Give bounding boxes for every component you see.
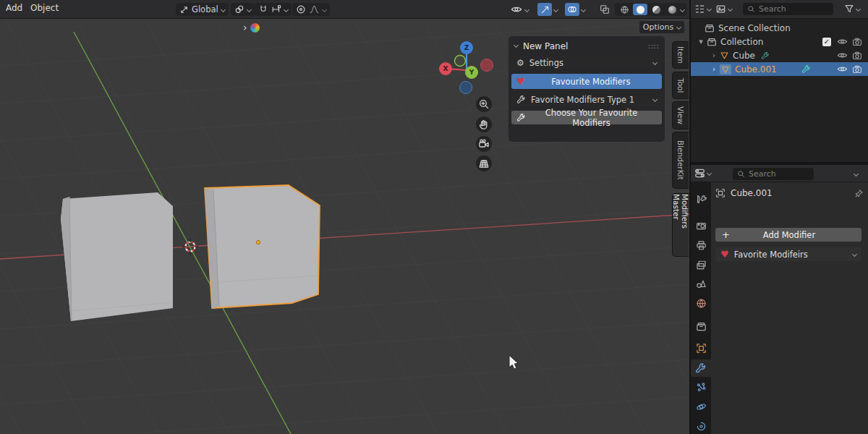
tab-tool[interactable] <box>691 190 711 208</box>
outliner-row-cube-001-selected[interactable]: › Cube.001 <box>691 62 868 76</box>
editor-type-dropdown[interactable] <box>694 168 711 179</box>
disclosure-closed-icon[interactable]: › <box>710 51 718 60</box>
add-modifier-button[interactable]: + Add Modifier <box>715 228 861 242</box>
chevron-down-icon[interactable] <box>854 171 859 176</box>
tab-render[interactable] <box>691 217 711 234</box>
sidebar-tab-view[interactable]: View <box>672 101 689 129</box>
tab-view-layer[interactable] <box>691 256 711 273</box>
row-label: Cube <box>733 51 755 61</box>
chevron-down-icon <box>852 252 857 257</box>
tab-constraints[interactable] <box>691 417 711 434</box>
search-placeholder: Search <box>749 169 776 179</box>
shading-rendered-button[interactable] <box>665 4 679 15</box>
outliner-tree-icon <box>694 4 705 14</box>
tab-collection[interactable] <box>691 318 711 335</box>
disclosure-open-icon[interactable]: ▾ <box>697 37 705 46</box>
gizmo-y-label: Y <box>469 69 475 76</box>
sidebar-tab-blenderkit[interactable]: BlenderKit <box>672 132 689 189</box>
tab-object[interactable] <box>691 339 711 357</box>
camera-icon[interactable] <box>852 51 862 61</box>
settings-dropdown[interactable]: ⚙ Settings <box>511 56 662 69</box>
camera-icon[interactable] <box>852 37 862 47</box>
sidebar-tab-modifiers-master[interactable]: Modifiers Master <box>672 193 689 257</box>
options-label: Options <box>643 22 673 32</box>
tab-scene[interactable] <box>691 275 711 292</box>
gizmo-ball-neg-y[interactable] <box>455 56 466 67</box>
filter-dropdown[interactable] <box>844 4 860 14</box>
snap-to-icon[interactable] <box>271 4 281 14</box>
modifier-type-value: Favorite Modifiers Type 1 <box>531 95 634 105</box>
outliner-row-collection[interactable]: ▾ Collection ✓ <box>691 35 868 48</box>
perspective-toggle-button[interactable] <box>476 156 492 171</box>
tab-world[interactable] <box>691 294 711 312</box>
shading-solid-button[interactable] <box>633 4 647 15</box>
chevron-down-icon[interactable] <box>680 7 685 12</box>
chevron-down-icon <box>728 7 733 12</box>
gizmo-ball-neg-x[interactable] <box>481 59 493 72</box>
editor-type-dropdown[interactable] <box>694 4 711 14</box>
object-visibility-dropdown[interactable] <box>509 3 530 16</box>
tab-particles[interactable] <box>691 378 711 396</box>
camera-view-button[interactable] <box>476 136 492 152</box>
pin-icon[interactable] <box>854 189 864 198</box>
sidebar-tab-tool[interactable]: Tool <box>672 72 689 99</box>
xray-icon <box>600 4 610 14</box>
display-mode-dropdown[interactable] <box>715 4 732 14</box>
sidebar-tab-item[interactable]: Item <box>672 41 689 69</box>
show-overlays-toggle[interactable] <box>565 3 579 16</box>
visibility-eye-icon <box>511 4 522 15</box>
proportional-editing-group <box>292 3 330 16</box>
plus-icon: + <box>722 229 730 240</box>
shading-material-button[interactable] <box>649 4 663 15</box>
show-gizmo-toggle[interactable] <box>537 3 552 16</box>
chevron-down-icon[interactable] <box>553 7 558 12</box>
tab-output[interactable] <box>691 237 711 254</box>
tab-modifiers-active[interactable] <box>691 359 711 377</box>
collection-box-icon <box>705 23 715 33</box>
viewport-3d[interactable]: Z X Y <box>0 19 689 434</box>
outliner-row-cube[interactable]: › Cube <box>691 48 868 62</box>
outliner-editor: Search Scene Collection ▾ Collection ✓ ›… <box>691 0 868 163</box>
falloff-curve-icon[interactable] <box>309 4 320 14</box>
properties-header: Search <box>691 165 868 182</box>
add-modifier-label: Add Modifier <box>730 230 848 240</box>
favourite-modifiers-button[interactable]: ♥ Favourite Modifiers <box>511 74 662 89</box>
tab-physics[interactable] <box>691 398 711 415</box>
gear-icon: ⚙ <box>516 59 524 67</box>
magnet-icon[interactable] <box>258 4 268 14</box>
properties-search-input[interactable]: Search <box>733 168 814 180</box>
panel-drag-handle[interactable]: ∷∷ <box>648 43 659 51</box>
snapping-group <box>255 3 292 16</box>
photo-stack-icon <box>715 4 726 14</box>
proportional-editing-icon[interactable] <box>296 4 306 14</box>
menu-add[interactable]: Add <box>6 3 22 13</box>
collection-checkbox[interactable]: ✓ <box>822 38 831 46</box>
cube-object[interactable] <box>61 192 173 321</box>
eye-icon[interactable] <box>837 50 848 61</box>
choose-button-label: Choose Your Favourite Modifiers <box>526 108 657 128</box>
options-dropdown[interactable]: Options <box>639 21 684 33</box>
panel-collapse-chevron-icon[interactable] <box>514 43 519 48</box>
eye-icon[interactable] <box>837 36 848 47</box>
zoom-view-button[interactable] <box>476 96 492 112</box>
pivot-point-dropdown[interactable] <box>231 3 255 16</box>
gizmo-ball-neg-z[interactable] <box>460 82 472 94</box>
outliner-row-scene-collection[interactable]: Scene Collection <box>691 21 868 35</box>
favorite-modifiers-panel-header[interactable]: ♥ Favorite Modifeirs <box>715 247 861 261</box>
collapse-arrow-icon: › <box>243 22 247 33</box>
active-object-icon-highlight <box>720 64 731 75</box>
eye-icon[interactable] <box>837 64 848 75</box>
transform-orientation-dropdown[interactable]: Global <box>176 3 229 16</box>
camera-icon[interactable] <box>852 64 862 75</box>
blenderkit-collapse-control[interactable]: › <box>243 22 260 33</box>
pan-view-button[interactable] <box>476 116 492 132</box>
chevron-down-icon[interactable] <box>581 7 586 12</box>
outliner-search-input[interactable]: Search <box>743 3 833 15</box>
shading-wireframe-button[interactable] <box>617 4 631 15</box>
menu-object[interactable]: Object <box>30 3 59 13</box>
choose-favourite-modifiers-button[interactable]: Choose Your Favourite Modifiers <box>511 111 662 124</box>
modifier-type-dropdown[interactable]: Favorite Modifiers Type 1 <box>511 93 662 106</box>
xray-toggle[interactable] <box>597 3 612 16</box>
disclosure-closed-icon[interactable]: › <box>710 64 718 74</box>
cube-001-object-selected[interactable] <box>205 185 320 308</box>
